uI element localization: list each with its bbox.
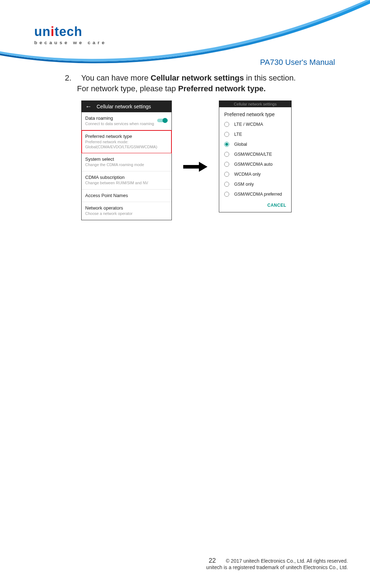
row-title: Data roaming (85, 115, 168, 121)
instruction-step: 2. You can have more Cellular network se… (65, 73, 333, 94)
cancel-button[interactable]: CANCEL (219, 199, 291, 212)
row-cdma-subscription[interactable]: CDMA subscription Change between RUIM/SI… (82, 171, 171, 190)
row-sub: Change the CDMA roaming mode (85, 163, 168, 167)
page-footer: 22 © 2017 unitech Electronics Co., Ltd. … (0, 557, 348, 570)
screenshots-row: ← Cellular network settings Data roaming… (81, 100, 331, 220)
row-system-select[interactable]: System select Change the CDMA roaming mo… (82, 153, 171, 171)
step-text-1a: You can have more (81, 73, 151, 82)
opt-label: Global (234, 142, 247, 147)
row-sub: Choose a network operator (85, 211, 168, 216)
row-sub: Preferred network mode: Global(CDMA/EVDO… (85, 140, 168, 150)
svg-marker-3 (199, 162, 207, 172)
cellular-settings-screenshot: ← Cellular network settings Data roaming… (81, 100, 172, 220)
opt-gsm-wcdma-auto[interactable]: GSM/WCDMA auto (219, 159, 291, 169)
footer-line1: © 2017 unitech Electronics Co., Ltd. All… (226, 558, 348, 564)
preferred-network-dialog: Cellular network settings Preferred netw… (219, 100, 292, 212)
page-number: 22 (209, 557, 216, 564)
settings-title: Cellular network settings (97, 104, 151, 109)
radio-icon (224, 182, 229, 187)
opt-label: LTE (234, 132, 242, 137)
brand-dot: i (51, 24, 55, 39)
opt-lte-wcdma[interactable]: LTE / WCDMA (219, 119, 291, 129)
row-apn[interactable]: Access Point Names (82, 190, 171, 202)
radio-icon (224, 162, 229, 167)
row-title: Access Point Names (85, 193, 168, 198)
svg-rect-2 (183, 165, 199, 169)
opt-gsm-wcdma-lte[interactable]: GSM/WCDMA/LTE (219, 149, 291, 159)
dialog-title: Preferred network type (219, 107, 291, 119)
step-text-1c: in this section. (244, 73, 296, 82)
opt-label: GSM/WCDMA preferred (234, 192, 282, 197)
radio-icon (224, 192, 229, 197)
row-title: CDMA subscription (85, 175, 168, 180)
opt-label: GSM/WCDMA/LTE (234, 152, 272, 157)
data-roaming-toggle[interactable] (157, 118, 168, 125)
opt-gsm-only[interactable]: GSM only (219, 179, 291, 189)
back-arrow-icon[interactable]: ← (85, 103, 92, 110)
row-network-operators[interactable]: Network operators Choose a network opera… (82, 202, 171, 220)
opt-wcdma-only[interactable]: WCDMA only (219, 169, 291, 179)
opt-gsm-wcdma-preferred[interactable]: GSM/WCDMA preferred (219, 189, 291, 199)
radio-icon (224, 152, 229, 157)
opt-label: LTE / WCDMA (234, 122, 263, 127)
dialog-topstrip: Cellular network settings (219, 101, 291, 107)
brand-suffix: tech (55, 24, 82, 39)
doc-title: PA730 User's Manual (260, 58, 335, 67)
step-text-2a: For network type, please tap (77, 84, 178, 93)
radio-icon (224, 122, 229, 127)
row-preferred-network-type[interactable]: Preferred network type Preferred network… (82, 130, 171, 154)
row-sub: Change between RUIM/SIM and NV (85, 181, 168, 186)
opt-label: GSM only (234, 182, 254, 187)
settings-titlebar: ← Cellular network settings (82, 101, 171, 112)
radio-icon-selected (224, 142, 229, 147)
radio-icon (224, 172, 229, 177)
opt-label: WCDMA only (234, 172, 261, 177)
brand-tagline: because we care (34, 40, 107, 45)
radio-icon (224, 132, 229, 137)
arrow-icon (183, 162, 207, 173)
svg-point-1 (163, 118, 168, 123)
opt-global[interactable]: Global (219, 139, 291, 149)
row-data-roaming[interactable]: Data roaming Connect to data services wh… (82, 112, 171, 130)
opt-label: GSM/WCDMA auto (234, 162, 273, 167)
brand-prefix: un (34, 24, 51, 39)
row-title: System select (85, 156, 168, 162)
opt-lte[interactable]: LTE (219, 129, 291, 139)
brand-logo: unitech because we care (34, 24, 107, 45)
row-title: Preferred network type (85, 134, 168, 139)
step-text-2b: Preferred network type. (178, 84, 266, 93)
step-text-1b: Cellular network settings (151, 73, 244, 82)
row-sub: Connect to data services when roaming (85, 122, 168, 127)
footer-line2: unitech is a registered trademark of uni… (206, 564, 348, 570)
step-number: 2. (65, 73, 79, 83)
row-title: Network operators (85, 205, 168, 211)
